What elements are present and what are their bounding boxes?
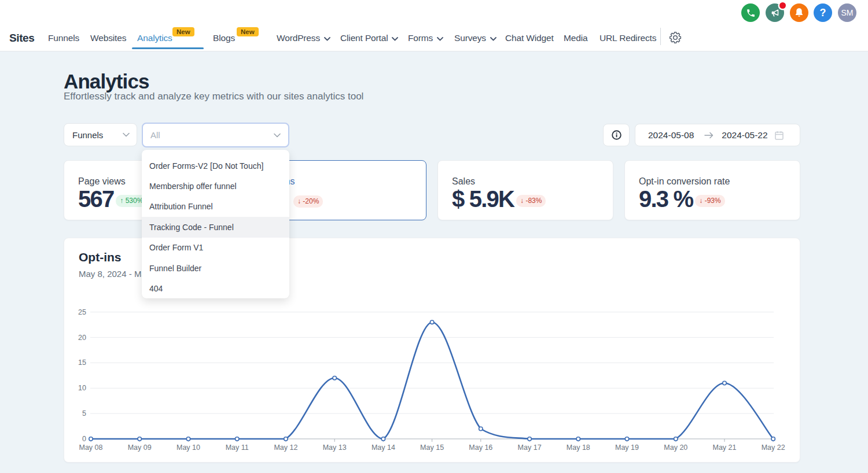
svg-text:May 22: May 22 <box>762 444 785 452</box>
svg-text:May 12: May 12 <box>274 444 297 452</box>
svg-text:5: 5 <box>82 409 86 417</box>
svg-text:May 19: May 19 <box>615 444 639 452</box>
svg-text:0: 0 <box>82 435 86 443</box>
svg-text:May 21: May 21 <box>713 444 737 452</box>
svg-text:May 15: May 15 <box>420 444 444 452</box>
svg-text:May 14: May 14 <box>372 444 395 452</box>
svg-text:May 17: May 17 <box>518 444 542 452</box>
svg-text:10: 10 <box>78 384 86 392</box>
svg-text:May 20: May 20 <box>664 444 687 452</box>
svg-text:May 18: May 18 <box>567 444 590 452</box>
svg-text:May 08: May 08 <box>79 444 103 452</box>
svg-text:20: 20 <box>78 334 86 342</box>
svg-text:25: 25 <box>78 308 86 316</box>
svg-text:May 16: May 16 <box>469 444 492 452</box>
svg-text:May 10: May 10 <box>176 444 200 452</box>
svg-text:15: 15 <box>78 359 86 367</box>
svg-text:May 09: May 09 <box>128 444 152 452</box>
svg-text:May 11: May 11 <box>226 444 249 452</box>
svg-text:May 13: May 13 <box>323 444 347 452</box>
